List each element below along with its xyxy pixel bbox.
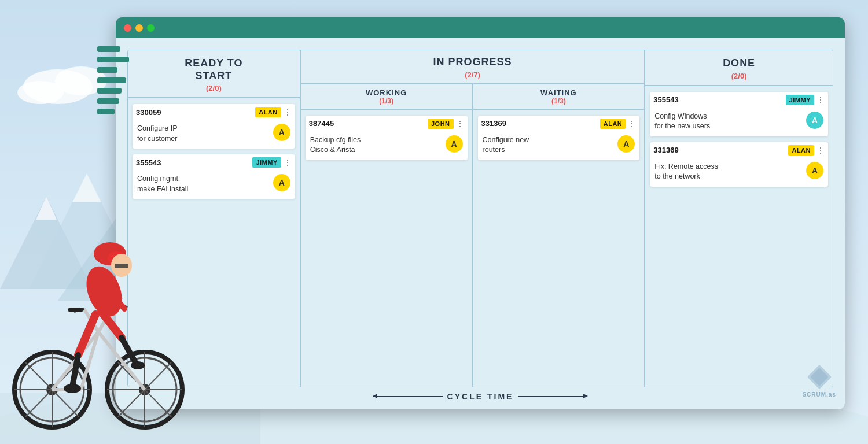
avatar-355543-done: A — [806, 112, 823, 129]
card-id-355543-rts: 355543 — [136, 158, 250, 167]
card-text-355543-rts: Config mgmt:make FAI install — [137, 174, 270, 194]
card-330059[interactable]: 330059 ALAN ⋮ Configure IPfor customer A — [133, 104, 295, 149]
card-header-331369-done: 331369 ALAN ⋮ — [650, 142, 828, 158]
svg-line-43 — [74, 309, 84, 312]
column-title-in-progress: IN PROGRESS — [307, 56, 639, 69]
avatar-387445: A — [446, 135, 463, 153]
svg-point-9 — [17, 81, 64, 104]
sidebar-bar — [97, 77, 126, 83]
sidebar-bar — [97, 46, 120, 52]
subcolumn-cards-working: 387445 JOHN ⋮ Backup cfg filesCisco & Ar… — [301, 110, 472, 387]
avatar-331369-waiting: A — [617, 135, 635, 153]
card-header-330059: 330059 ALAN ⋮ — [133, 104, 295, 120]
traffic-light-yellow[interactable] — [135, 24, 143, 32]
card-assignee-330059: ALAN — [255, 107, 281, 117]
card-331369-waiting[interactable]: 331369 ALAN ⋮ Configure newrouters A — [478, 116, 640, 160]
svg-line-21 — [52, 390, 79, 417]
subcolumn-header-waiting: WAITING (1/3) — [473, 84, 645, 110]
card-text-387445: Backup cfg filesCisco & Arista — [310, 135, 442, 156]
sidebar-decoration — [97, 46, 129, 114]
arrow-line-right — [518, 396, 587, 397]
sidebar-bar — [97, 67, 117, 73]
card-body-355543-done: Config Windowsfor the new users A — [650, 108, 828, 136]
card-355543-rts[interactable]: 355543 JIMMY ⋮ Config mgmt:make FAI inst… — [133, 154, 295, 199]
svg-marker-2 — [0, 197, 93, 289]
cycle-time-label: CYCLE TIME — [447, 392, 514, 401]
card-header-387445: 387445 JOHN ⋮ — [306, 116, 468, 132]
svg-rect-12 — [810, 368, 828, 386]
traffic-light-red[interactable] — [124, 24, 131, 32]
cycle-time-right-arrow — [518, 396, 587, 397]
card-menu-icon-331369-done[interactable]: ⋮ — [816, 146, 825, 155]
subcolumn-count-waiting: (1/3) — [478, 97, 640, 105]
card-id-331369-done: 331369 — [653, 146, 786, 154]
svg-line-37 — [81, 332, 98, 390]
column-header-in-progress: IN PROGRESS (2/7) — [301, 50, 645, 84]
card-assignee-355543-done: JIMMY — [786, 95, 814, 105]
svg-line-51 — [72, 355, 78, 387]
card-menu-icon-355543-rts[interactable]: ⋮ — [284, 158, 292, 167]
card-id-355543-done: 355543 — [653, 95, 783, 104]
subcolumn-title-working: WORKING — [306, 88, 468, 97]
svg-line-23 — [25, 390, 52, 417]
column-title-ready-2: START — [134, 70, 294, 83]
svg-point-14 — [20, 358, 84, 421]
card-menu-icon-355543-done[interactable]: ⋮ — [816, 95, 825, 105]
kanban-board: READY TO START (2/0) 330059 ALAN ⋮ Confi… — [127, 50, 833, 387]
card-menu-icon-330059[interactable]: ⋮ — [284, 108, 292, 117]
card-menu-icon-387445[interactable]: ⋮ — [456, 119, 464, 128]
subcolumn-header-working: WORKING (1/3) — [301, 84, 472, 110]
browser-window: READY TO START (2/0) 330059 ALAN ⋮ Confi… — [116, 17, 845, 409]
card-331369-done[interactable]: 331369 ALAN ⋮ Fix: Remote accessto the n… — [650, 142, 828, 187]
column-cards-ready: 330059 ALAN ⋮ Configure IPfor customer A… — [128, 98, 300, 387]
card-header-331369-waiting: 331369 ALAN ⋮ — [478, 116, 640, 132]
scrum-diamond-icon — [805, 362, 834, 391]
svg-line-35 — [52, 332, 98, 390]
card-menu-icon-331369-waiting[interactable]: ⋮ — [628, 119, 636, 128]
svg-point-15 — [46, 384, 58, 395]
subcolumn-cards-waiting: 331369 ALAN ⋮ Configure newrouters A — [473, 110, 645, 387]
svg-line-40 — [84, 309, 98, 332]
subcolumn-working: WORKING (1/3) 387445 JOHN ⋮ — [301, 84, 473, 387]
avatar-355543-rts: A — [273, 174, 290, 191]
card-id-331369-waiting: 331369 — [481, 119, 598, 128]
card-body-355543-rts: Config mgmt:make FAI install A — [133, 171, 295, 199]
sidebar-bar — [97, 109, 115, 114]
card-assignee-355543-rts: JIMMY — [252, 157, 281, 168]
svg-marker-6 — [36, 197, 57, 220]
sidebar-bar — [97, 57, 129, 62]
svg-marker-5 — [72, 173, 101, 202]
column-header-done: DONE (2/0) — [645, 50, 833, 86]
column-count-ready: (2/0) — [134, 84, 294, 92]
subcolumn-waiting: WAITING (1/3) 331369 ALAN ⋮ — [473, 84, 645, 387]
cycle-time-left-arrow — [373, 396, 443, 397]
subcolumn-count-working: (1/3) — [306, 97, 468, 105]
scrum-logo-text: SCRUM.as — [802, 391, 836, 398]
svg-line-22 — [25, 362, 52, 390]
card-text-330059: Configure IPfor customer — [137, 124, 270, 144]
svg-point-55 — [64, 384, 81, 393]
column-cards-done: 355543 JIMMY ⋮ Config Windowsfor the new… — [645, 86, 833, 387]
card-id-387445: 387445 — [309, 119, 425, 128]
card-text-331369-waiting: Configure newrouters — [483, 135, 615, 156]
svg-rect-44 — [68, 308, 83, 312]
column-ready-to-start: READY TO START (2/0) 330059 ALAN ⋮ Confi… — [128, 50, 301, 387]
in-progress-subcolumns: WORKING (1/3) 387445 JOHN ⋮ — [301, 84, 645, 387]
scrum-logo: SCRUM.as — [802, 362, 836, 398]
traffic-light-green[interactable] — [147, 24, 155, 32]
card-387445[interactable]: 387445 JOHN ⋮ Backup cfg filesCisco & Ar… — [306, 116, 468, 160]
svg-line-20 — [52, 362, 79, 390]
arrow-line-left — [373, 396, 443, 397]
avatar-331369-done: A — [806, 162, 823, 179]
avatar-330059: A — [273, 124, 290, 141]
card-text-355543-done: Config Windowsfor the new users — [654, 112, 803, 132]
svg-point-13 — [14, 352, 90, 427]
svg-point-7 — [23, 69, 93, 104]
browser-titlebar — [116, 17, 845, 38]
svg-line-39 — [98, 303, 116, 332]
column-header-ready: READY TO START (2/0) — [128, 50, 300, 98]
column-count-done: (2/0) — [651, 72, 827, 80]
column-done: DONE (2/0) 355543 JIMMY ⋮ Config Windows… — [645, 50, 833, 387]
card-355543-done[interactable]: 355543 JIMMY ⋮ Config Windowsfor the new… — [650, 92, 828, 136]
column-title-ready: READY TO — [134, 57, 294, 70]
